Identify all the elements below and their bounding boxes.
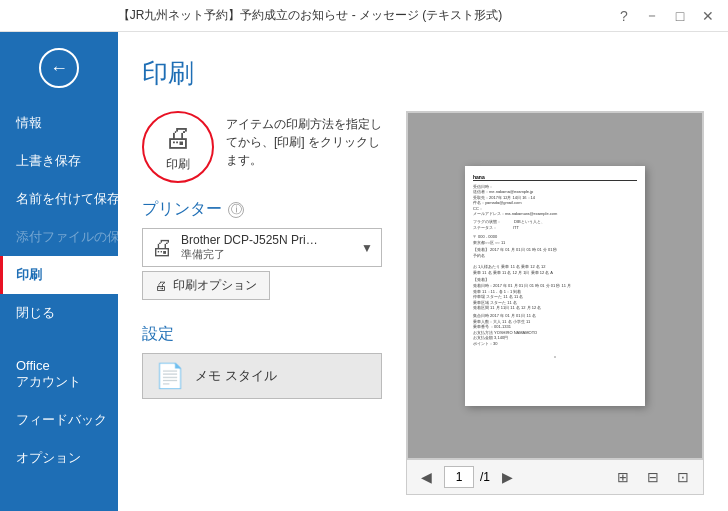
prev-page-button[interactable]: ◀ <box>415 467 438 487</box>
titlebar-title: 【JR九州ネット予約】予約成立のお知らせ - メッセージ (テキスト形式) <box>8 7 612 24</box>
settings-section: 設定 📄 メモ スタイル <box>142 324 382 399</box>
preview-content-1: 受信日時： 送信者：me.nakama@example.jp 受取先：2017年… <box>473 184 637 218</box>
memo-style-selector[interactable]: 📄 メモ スタイル <box>142 353 382 399</box>
sidebar-item-close[interactable]: 閉じる <box>0 294 118 332</box>
print-section: 🖨 印刷 アイテムの印刷方法を指定してから、[印刷] をクリックします。 プリン… <box>142 111 704 495</box>
printer-select-icon: 🖨 <box>151 235 173 261</box>
printer-text: Brother DCP-J525N Pri… 準備完了 <box>181 233 353 262</box>
sidebar-item-options[interactable]: オプション <box>0 439 118 477</box>
sidebar-item-office-account[interactable]: Office アカウント <box>0 348 118 401</box>
titlebar: 【JR九州ネット予約】予約成立のお知らせ - メッセージ (テキスト形式) ? … <box>0 0 728 32</box>
print-description: アイテムの印刷方法を指定してから、[印刷] をクリックします。 <box>226 111 382 169</box>
sidebar-divider <box>0 332 118 348</box>
titlebar-controls: ? － □ ✕ <box>612 4 720 28</box>
print-options-icon: 🖨 <box>155 279 167 293</box>
main-content: 印刷 🖨 印刷 アイテムの印刷方法を指定してから、[印刷] をクリックします。 … <box>118 32 728 511</box>
sidebar-item-attach-save: 添付ファイルの保存 <box>0 218 118 256</box>
page-title: 印刷 <box>142 56 704 91</box>
preview-content-6: 集合日時 2017 年 01 月 01 日 11 名 乗車人数：大人 11 名 … <box>473 313 637 347</box>
preview-content-3: 〒 000 - 0000 東京都○○区 ○○ 11 <box>473 234 637 245</box>
nav-right: ⊞ ⊟ ⊡ <box>611 466 695 488</box>
back-button[interactable]: ← <box>39 48 79 88</box>
sidebar-item-info[interactable]: 情報 <box>0 104 118 142</box>
printer-section-title: プリンター ⓘ <box>142 199 382 220</box>
printer-chevron-icon: ▼ <box>361 241 373 255</box>
zoom-out-button[interactable]: ⊞ <box>611 466 635 488</box>
settings-section-title: 設定 <box>142 324 382 345</box>
sidebar-item-print[interactable]: 印刷 <box>0 256 118 294</box>
preview-separator <box>473 180 637 181</box>
preview-content-4: 【発着】 2017 年 01 月 01 日 01 時 01 分 01 秒 予約名… <box>473 247 637 275</box>
sidebar-item-feedback[interactable]: フィードバック <box>0 401 118 439</box>
printer-selector[interactable]: 🖨 Brother DCP-J525N Pri… 準備完了 ▼ <box>142 228 382 267</box>
preview-content-5: 【発着】 発着日時：2017 年 01 月 01 日 01 時 01 分 01 … <box>473 277 637 311</box>
print-icon-row: 🖨 印刷 アイテムの印刷方法を指定してから、[印刷] をクリックします。 <box>142 111 382 183</box>
preview-content-2: フラグの状態： DIBという人と、 ステータス： ITT <box>473 219 637 230</box>
sidebar: ← 情報 上書き保存 名前を付けて保存 添付ファイルの保存 印刷 閉じる Off… <box>0 32 118 511</box>
print-icon-button[interactable]: 🖨 印刷 <box>142 111 214 183</box>
fit-page-button[interactable]: ⊟ <box>641 466 665 488</box>
print-options-button[interactable]: 🖨 印刷オプション <box>142 271 270 300</box>
printer-name: Brother DCP-J525N Pri… <box>181 233 353 247</box>
sidebar-item-overwrite-save[interactable]: 上書き保存 <box>0 142 118 180</box>
print-left-panel: 🖨 印刷 アイテムの印刷方法を指定してから、[印刷] をクリックします。 プリン… <box>142 111 382 495</box>
preview-navigation: ◀ /1 ▶ ⊞ ⊟ ⊡ <box>407 459 703 494</box>
help-button[interactable]: ? <box>612 4 636 28</box>
printer-section: プリンター ⓘ 🖨 Brother DCP-J525N Pri… 準備完了 ▼ … <box>142 199 382 300</box>
printer-icon: 🖨 <box>164 121 192 154</box>
info-icon[interactable]: ⓘ <box>228 202 244 218</box>
sidebar-item-save-as[interactable]: 名前を付けて保存 <box>0 180 118 218</box>
printer-status: 準備完了 <box>181 247 353 262</box>
maximize-button[interactable]: □ <box>668 4 692 28</box>
page-number-input[interactable] <box>444 466 474 488</box>
preview-page: hana 受信日時： 送信者：me.nakama@example.jp 受取先：… <box>465 166 645 406</box>
page-total: /1 <box>480 470 490 484</box>
close-button[interactable]: ✕ <box>696 4 720 28</box>
nav-left: ◀ /1 ▶ <box>415 466 519 488</box>
preview-container: hana 受信日時： 送信者：me.nakama@example.jp 受取先：… <box>406 111 704 495</box>
print-icon-label: 印刷 <box>166 156 190 173</box>
memo-style-icon: 📄 <box>155 362 185 390</box>
next-page-button[interactable]: ▶ <box>496 467 519 487</box>
app-body: ← 情報 上書き保存 名前を付けて保存 添付ファイルの保存 印刷 閉じる Off… <box>0 32 728 511</box>
preview-area: hana 受信日時： 送信者：me.nakama@example.jp 受取先：… <box>407 112 703 459</box>
zoom-in-button[interactable]: ⊡ <box>671 466 695 488</box>
memo-style-label: メモ スタイル <box>195 367 277 385</box>
preview-content-7: x <box>473 355 637 359</box>
minimize-button[interactable]: － <box>640 4 664 28</box>
